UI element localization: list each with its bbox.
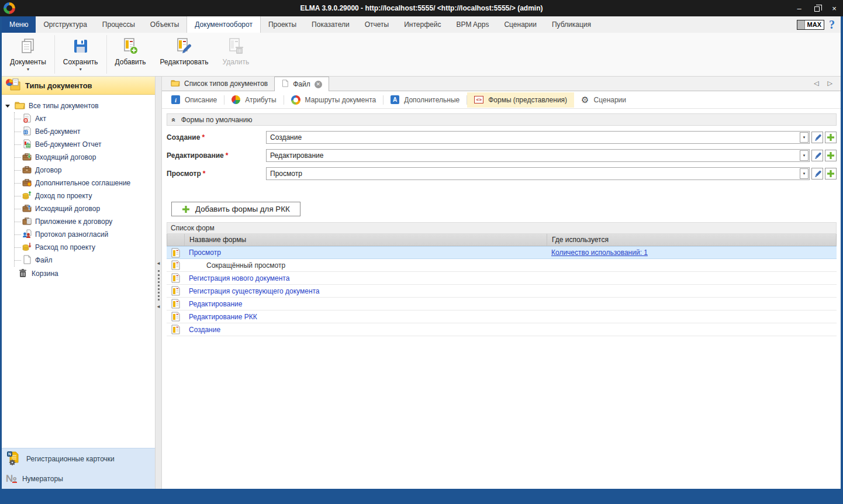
form-name-link[interactable]: Создание — [189, 326, 220, 334]
collapse-section-icon[interactable]: « — [170, 118, 178, 122]
table-row[interactable]: Просмотр Количество использований: 1 — [167, 246, 837, 259]
close-button[interactable]: × — [825, 0, 843, 16]
edit-form-button[interactable] — [811, 132, 823, 143]
menu-item-projects[interactable]: Проекты — [261, 16, 304, 33]
edit-button[interactable]: Редактировать — [153, 33, 216, 76]
menu-item-publication[interactable]: Публикация — [544, 16, 599, 33]
menu-item-scripts[interactable]: Сценарии — [496, 16, 544, 33]
collapse-sidebar-icon[interactable]: ◄ — [156, 304, 161, 310]
tree-root-all-document-types[interactable]: Все типы документов — [2, 99, 155, 112]
edit-form-input[interactable] — [266, 149, 810, 162]
column-where-used[interactable]: Где используется — [547, 234, 836, 246]
tab-scroll-arrows[interactable]: ◁ ▷ — [814, 80, 836, 87]
documents-button[interactable]: Документы ▾ — [3, 33, 53, 76]
tab-file[interactable]: Файл ✕ — [274, 77, 329, 91]
table-row[interactable]: Редактирование РКК — [167, 310, 837, 323]
dropdown-button[interactable]: ▼ — [800, 168, 809, 179]
usage-count-link[interactable]: Количество использований: 1 — [551, 248, 648, 257]
sidebar-item-registration-cards[interactable]: N Регистрационные карточки — [2, 450, 155, 468]
save-button[interactable]: Сохранить ▾ — [56, 33, 105, 76]
chevron-down-icon: ▼ — [803, 172, 806, 175]
tree-item-file[interactable]: Файл — [15, 254, 155, 267]
add-form-button[interactable] — [825, 150, 837, 161]
sidebar-splitter[interactable]: ◄ ◄ — [155, 77, 162, 489]
plus-icon — [827, 170, 835, 178]
form-name-link[interactable]: Просмотр — [189, 248, 221, 257]
tree-item-outgoing-contract[interactable]: Исходящий договор — [15, 202, 155, 215]
view-form-input[interactable] — [266, 167, 810, 180]
tree-item-label: Файл — [35, 256, 53, 264]
dropdown-button[interactable]: ▼ — [800, 150, 809, 161]
subtab-document-routes[interactable]: Маршруты документа — [284, 92, 384, 108]
menu-item-interface[interactable]: Интерфейс — [396, 16, 448, 33]
tree-item-supplementary-agreement[interactable]: Дополнительное соглашение — [15, 177, 155, 189]
sidebar-item-numerators[interactable]: № Нумераторы — [2, 470, 155, 488]
table-row[interactable]: Редактирование — [167, 298, 837, 310]
form-name-link[interactable]: Регистрация нового документа — [189, 274, 289, 282]
form-icon — [167, 260, 184, 270]
menu-item-document-flow[interactable]: Документооборот — [186, 16, 261, 33]
tree-expander-icon[interactable] — [5, 105, 10, 108]
subtab-forms-views[interactable]: <> Формы (представления) — [467, 92, 574, 108]
table-row[interactable]: Создание — [167, 323, 837, 336]
info-icon: i — [171, 95, 180, 104]
sidebar-header-label: Типы документов — [25, 81, 92, 90]
documents-dropdown-icon: ▾ — [27, 67, 29, 72]
tab-document-types-list[interactable]: Список типов документов — [164, 77, 274, 91]
sidebar-item-label: Нумераторы — [22, 475, 63, 483]
menu-item-indicators[interactable]: Показатели — [304, 16, 357, 33]
column-form-name[interactable]: Название формы — [185, 234, 547, 246]
tree-item-recycle-bin[interactable]: Корзина — [2, 267, 155, 281]
default-forms-section-header[interactable]: « Формы по умолчанию — [167, 113, 837, 126]
documents-button-label: Документы — [10, 58, 46, 66]
subtab-scripts[interactable]: ⚙ Сценарии — [574, 92, 633, 108]
menu-item-processes[interactable]: Процессы — [95, 16, 143, 33]
table-row[interactable]: Сокращённый просмотр — [167, 259, 837, 272]
menu-item-bpm-apps[interactable]: BPM Apps — [448, 16, 496, 33]
splitter-grip[interactable] — [158, 270, 160, 301]
close-tab-icon[interactable]: ✕ — [315, 81, 322, 88]
create-form-input[interactable] — [266, 131, 810, 144]
subtab-additional[interactable]: A Дополнительные — [384, 92, 467, 108]
collapse-sidebar-icon[interactable]: ◄ — [156, 261, 161, 267]
outgoing-contract-icon — [22, 203, 32, 215]
plus-icon — [827, 151, 835, 160]
table-row[interactable]: Регистрация существующего документа — [167, 285, 837, 298]
tree-item-act[interactable]: Акт — [15, 112, 155, 125]
edit-form-button[interactable] — [811, 168, 823, 179]
menu-item-menu[interactable]: Меню — [2, 16, 36, 33]
edit-form-button[interactable] — [811, 150, 823, 161]
table-row[interactable]: Регистрация нового документа — [167, 272, 837, 285]
tree-item-disagreement-protocol[interactable]: Протокол разногласий — [15, 228, 155, 241]
dropdown-button[interactable]: ▼ — [800, 132, 809, 143]
menu-item-objects[interactable]: Объекты — [143, 16, 187, 33]
help-icon[interactable]: ? — [829, 18, 835, 32]
subtab-description[interactable]: i Описание — [164, 92, 224, 108]
tree-item-project-income[interactable]: Доход по проекту — [15, 189, 155, 202]
max-button[interactable]: MAX — [797, 20, 824, 30]
tree-item-project-expense[interactable]: Расход по проекту — [15, 241, 155, 254]
add-form-button[interactable] — [825, 132, 837, 143]
column-icon — [167, 234, 185, 246]
minimize-button[interactable]: – — [790, 0, 808, 16]
tree-item-web-document[interactable]: Веб-документ — [15, 125, 155, 138]
add-button[interactable]: Добавить — [108, 33, 153, 76]
form-name-cell: Редактирование — [184, 300, 547, 308]
form-name-link[interactable]: Редактирование — [189, 300, 242, 308]
menu-item-orgstructure[interactable]: Оргструктура — [36, 16, 94, 33]
add-rkk-forms-button[interactable]: Добавить формы для РКК — [171, 202, 300, 216]
form-name-link[interactable]: Регистрация существующего документа — [189, 287, 320, 295]
add-form-button[interactable] — [825, 168, 837, 179]
folder-icon — [171, 79, 180, 88]
form-name-cell: Редактирование РКК — [184, 313, 547, 321]
tree-item-contract[interactable]: Договор — [15, 164, 155, 177]
form-name-link[interactable]: Редактирование РКК — [189, 313, 257, 321]
pencil-icon — [813, 133, 821, 141]
tree-item-contract-annex[interactable]: Приложение к договору — [15, 215, 155, 228]
tree-item-web-document-report[interactable]: Веб-документ Отчет — [15, 138, 155, 151]
subtab-attributes[interactable]: Атрибуты — [224, 92, 283, 108]
tree-item-label: Доход по проекту — [35, 192, 92, 200]
menu-item-reports[interactable]: Отчеты — [357, 16, 396, 33]
restore-button[interactable] — [808, 0, 825, 16]
tree-item-incoming-contract[interactable]: Входящий договор — [15, 151, 155, 164]
